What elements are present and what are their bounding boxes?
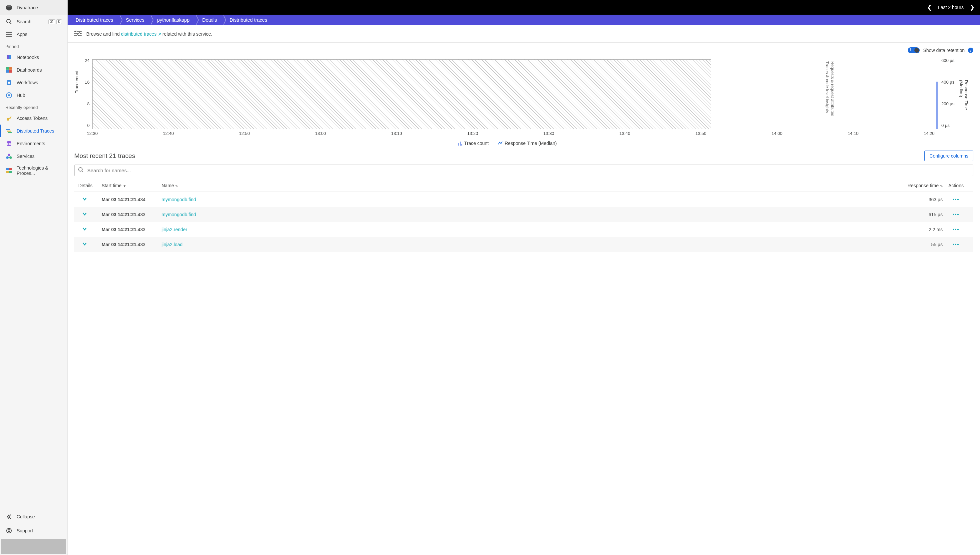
info-text: Browse and find distributed traces ↗ rel… — [86, 31, 212, 37]
trace-name-link[interactable]: jinja2.load — [162, 242, 893, 247]
svg-rect-38 — [461, 144, 462, 146]
expand-row-icon[interactable] — [78, 242, 102, 247]
sidebar-item-environments[interactable]: En Environments — [0, 137, 67, 150]
sidebar-item-technologies[interactable]: Technologies & Proces... — [0, 162, 67, 178]
expand-row-icon[interactable] — [78, 212, 102, 217]
sidebar-item-label: Services — [17, 154, 35, 159]
breadcrumb-item[interactable]: Distributed traces — [69, 14, 119, 25]
brand-label: Dynatrace — [17, 5, 38, 10]
sort-icon: ⇅ — [940, 184, 943, 188]
dashboards-icon — [5, 66, 13, 74]
svg-rect-21 — [8, 132, 12, 133]
row-actions-icon[interactable]: ••• — [943, 227, 969, 232]
sidebar-item-notebooks[interactable]: Notebooks — [0, 51, 67, 64]
svg-point-6 — [8, 34, 10, 35]
sidebar-footer-placeholder — [1, 539, 66, 554]
row-actions-icon[interactable]: ••• — [943, 242, 969, 247]
sidebar-item-access-tokens[interactable]: Access Tokens — [0, 112, 67, 125]
sidebar-support[interactable]: Support — [0, 524, 67, 538]
svg-line-1 — [10, 22, 11, 24]
expand-row-icon[interactable] — [78, 197, 102, 202]
svg-line-40 — [82, 171, 83, 172]
distributed-traces-link[interactable]: distributed traces ↗ — [121, 31, 161, 37]
svg-rect-11 — [6, 67, 9, 70]
sidebar-item-label: Distributed Traces — [17, 128, 54, 133]
brand-item[interactable]: Dynatrace — [0, 0, 67, 15]
notebooks-icon — [5, 54, 13, 61]
sidebar-item-workflows[interactable]: Workflows — [0, 76, 67, 89]
trace-search[interactable] — [74, 165, 974, 176]
trace-name-link[interactable]: mymongodb.find — [162, 212, 893, 217]
bar-chart-icon — [458, 141, 462, 146]
svg-rect-37 — [460, 141, 461, 146]
toggle-label: Show data retention — [923, 48, 965, 53]
response-time-cell: 363 µs — [893, 197, 943, 202]
svg-point-8 — [6, 36, 8, 37]
x-axis-ticks: 12:30 12:40 12:50 13:00 13:10 13:20 13:3… — [92, 131, 940, 136]
response-time-cell: 2.2 ms — [893, 227, 943, 232]
legend-trace-count[interactable]: Trace count — [458, 141, 489, 146]
breadcrumb-item[interactable]: Distributed traces — [223, 14, 273, 25]
svg-point-35 — [77, 35, 78, 36]
breadcrumb-item[interactable]: pythonflaskapp — [150, 14, 195, 25]
retained-region — [92, 59, 711, 129]
start-time-cell: Mar 03 14:21:21.433 — [102, 212, 162, 217]
legend-response-time[interactable]: Response Time (Median) — [498, 141, 557, 146]
traces-icon — [5, 127, 13, 135]
sidebar-item-dashboards[interactable]: Dashboards — [0, 64, 67, 76]
workflows-icon — [5, 79, 13, 86]
external-link-icon: ↗ — [158, 32, 161, 37]
line-chart-icon — [498, 141, 503, 146]
trace-name-link[interactable]: jinja2.render — [162, 227, 893, 232]
col-actions: Actions — [943, 183, 969, 188]
svg-rect-19 — [6, 129, 10, 130]
info-icon[interactable]: i — [968, 48, 974, 53]
sidebar-item-label: Access Tokens — [17, 115, 48, 121]
sidebar-item-services[interactable]: Services — [0, 150, 67, 162]
col-name[interactable]: Name⇅ — [162, 183, 893, 188]
timeframe-next-icon[interactable]: ❯ — [968, 4, 976, 11]
svg-point-5 — [6, 34, 8, 35]
trace-search-input[interactable] — [87, 168, 970, 173]
sidebar-search[interactable]: Search ⌘ K — [0, 15, 67, 28]
timeframe-prev-icon[interactable]: ❮ — [926, 4, 934, 11]
sidebar-apps[interactable]: Apps — [0, 28, 67, 41]
row-actions-icon[interactable]: ••• — [943, 212, 969, 217]
svg-rect-36 — [458, 143, 459, 146]
breadcrumb: Distributed traces Services pythonflaska… — [67, 14, 980, 25]
svg-point-9 — [8, 36, 10, 37]
trace-name-link[interactable]: mymongodb.find — [162, 197, 893, 202]
search-label: Search — [17, 19, 31, 24]
chart-legend: Trace count Response Time (Median) — [74, 141, 940, 146]
breadcrumb-item[interactable]: Services — [119, 14, 151, 25]
services-icon — [5, 152, 13, 160]
filter-icon — [74, 30, 82, 37]
col-response-time[interactable]: Response time⇅ — [893, 183, 943, 188]
table-row: Mar 03 14:21:21.433jinja2.render2.2 ms••… — [74, 222, 974, 237]
response-time-cell: 55 µs — [893, 242, 943, 247]
chart-plot-area[interactable] — [92, 59, 940, 129]
sidebar-item-distributed-traces[interactable]: Distributed Traces — [0, 125, 67, 137]
svg-rect-14 — [9, 70, 12, 73]
configure-columns-button[interactable]: Configure columns — [924, 151, 974, 161]
sidebar-collapse[interactable]: Collapse — [0, 510, 67, 524]
svg-point-7 — [10, 34, 12, 35]
info-bar: Browse and find distributed traces ↗ rel… — [67, 25, 980, 43]
sort-desc-icon: ▼ — [123, 184, 126, 188]
svg-point-34 — [79, 33, 80, 34]
environments-icon: En — [5, 140, 13, 147]
sidebar-item-hub[interactable]: Hub — [0, 89, 67, 102]
table-row: Mar 03 14:21:21.433mymongodb.find615 µs•… — [74, 207, 974, 222]
y-axis-right-ticks: 600 µs 400 µs 200 µs 0 µs — [942, 58, 954, 128]
expand-row-icon[interactable] — [78, 226, 102, 232]
sidebar-item-label: Hub — [17, 93, 25, 98]
timeframe-label[interactable]: Last 2 hours — [938, 5, 964, 10]
support-label: Support — [17, 528, 33, 533]
svg-point-4 — [10, 32, 12, 33]
show-data-retention-toggle[interactable]: I — [908, 47, 920, 53]
row-actions-icon[interactable]: ••• — [943, 197, 969, 202]
breadcrumb-item[interactable]: Details — [195, 14, 223, 25]
start-time-cell: Mar 03 14:21:21.433 — [102, 227, 162, 232]
col-start-time[interactable]: Start time▼ — [102, 183, 162, 188]
search-shortcut: ⌘ K — [48, 19, 62, 24]
